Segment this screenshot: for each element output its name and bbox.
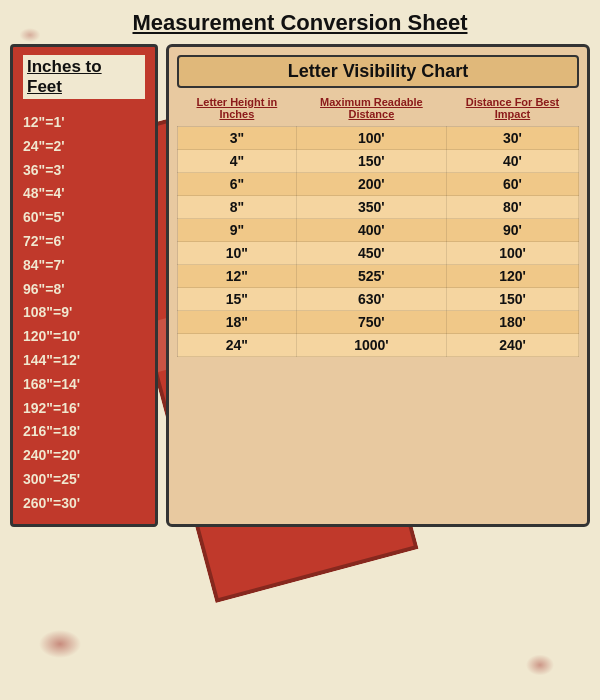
right-panel-title: Letter Visibility Chart	[177, 55, 579, 88]
table-row: 18"750'180'	[178, 311, 579, 334]
table-row: 3"100'30'	[178, 127, 579, 150]
cell-best: 100'	[446, 242, 578, 265]
conversion-item: 96"=8'	[23, 278, 145, 302]
table-row: 10"450'100'	[178, 242, 579, 265]
conversion-item: 144"=12'	[23, 349, 145, 373]
cell-height: 4"	[178, 150, 297, 173]
cell-height: 6"	[178, 173, 297, 196]
conversion-item: 24"=2'	[23, 135, 145, 159]
right-panel: Letter Visibility Chart Letter Height in…	[166, 44, 590, 527]
cell-best: 150'	[446, 288, 578, 311]
cell-best: 120'	[446, 265, 578, 288]
conversion-item: 168"=14'	[23, 373, 145, 397]
cell-best: 240'	[446, 334, 578, 357]
conversion-item: 300"=25'	[23, 468, 145, 492]
conversion-item: 216"=18'	[23, 420, 145, 444]
table-row: 15"630'150'	[178, 288, 579, 311]
table-row: 12"525'120'	[178, 265, 579, 288]
table-row: 24"1000'240'	[178, 334, 579, 357]
conversion-item: 84"=7'	[23, 254, 145, 278]
conversion-item: 192"=16'	[23, 397, 145, 421]
cell-max: 400'	[296, 219, 446, 242]
left-panel: Inches to Feet 12"=1'24"=2'36"=3'48"=4'6…	[10, 44, 158, 527]
cell-max: 1000'	[296, 334, 446, 357]
cell-height: 8"	[178, 196, 297, 219]
conversion-item: 72"=6'	[23, 230, 145, 254]
conversion-item: 12"=1'	[23, 111, 145, 135]
cell-height: 15"	[178, 288, 297, 311]
main-content: Inches to Feet 12"=1'24"=2'36"=3'48"=4'6…	[10, 44, 590, 527]
cell-best: 40'	[446, 150, 578, 173]
col-header-best: Distance For Best Impact	[446, 94, 578, 127]
cell-max: 150'	[296, 150, 446, 173]
cell-height: 24"	[178, 334, 297, 357]
visibility-table: Letter Height in Inches Maximum Readable…	[177, 94, 579, 357]
cell-best: 60'	[446, 173, 578, 196]
table-row: 8"350'80'	[178, 196, 579, 219]
page-title: Measurement Conversion Sheet	[10, 10, 590, 36]
cell-max: 630'	[296, 288, 446, 311]
cell-best: 80'	[446, 196, 578, 219]
col-header-max: Maximum Readable Distance	[296, 94, 446, 127]
cell-height: 10"	[178, 242, 297, 265]
cell-max: 750'	[296, 311, 446, 334]
conversion-item: 108"=9'	[23, 301, 145, 325]
col-header-height: Letter Height in Inches	[178, 94, 297, 127]
conversion-item: 260"=30'	[23, 492, 145, 516]
conversion-item: 240"=20'	[23, 444, 145, 468]
table-row: 4"150'40'	[178, 150, 579, 173]
cell-max: 525'	[296, 265, 446, 288]
cell-height: 18"	[178, 311, 297, 334]
cell-height: 9"	[178, 219, 297, 242]
cell-best: 180'	[446, 311, 578, 334]
cell-max: 100'	[296, 127, 446, 150]
conversion-item: 120"=10'	[23, 325, 145, 349]
cell-max: 350'	[296, 196, 446, 219]
conversion-item: 36"=3'	[23, 159, 145, 183]
cell-height: 12"	[178, 265, 297, 288]
cell-max: 200'	[296, 173, 446, 196]
conversion-list: 12"=1'24"=2'36"=3'48"=4'60"=5'72"=6'84"=…	[23, 111, 145, 516]
table-row: 6"200'60'	[178, 173, 579, 196]
cell-max: 450'	[296, 242, 446, 265]
cell-best: 30'	[446, 127, 578, 150]
cell-height: 3"	[178, 127, 297, 150]
left-panel-title: Inches to Feet	[23, 55, 145, 99]
conversion-item: 60"=5'	[23, 206, 145, 230]
table-row: 9"400'90'	[178, 219, 579, 242]
cell-best: 90'	[446, 219, 578, 242]
conversion-item: 48"=4'	[23, 182, 145, 206]
